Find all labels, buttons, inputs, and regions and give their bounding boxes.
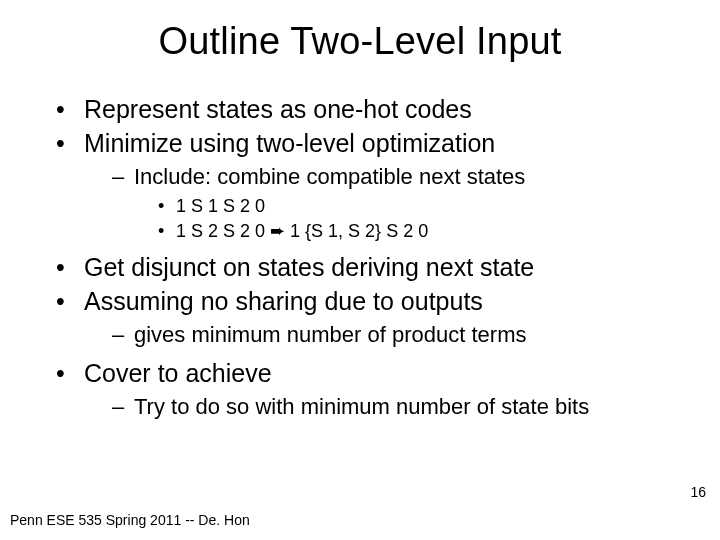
bullet-text: gives minimum number of product terms bbox=[134, 322, 526, 347]
bullet-sublist: Try to do so with minimum number of stat… bbox=[112, 393, 710, 421]
list-item: Assuming no sharing due to outputs gives… bbox=[56, 285, 710, 349]
list-item: 1 S 2 S 2 0 ➨ 1 {S 1, S 2} S 2 0 bbox=[158, 220, 710, 243]
list-item: Cover to achieve Try to do so with minim… bbox=[56, 357, 710, 421]
bullet-text: Try to do so with minimum number of stat… bbox=[134, 394, 589, 419]
list-item: Minimize using two-level optimization In… bbox=[56, 127, 710, 243]
bullet-sublist: Include: combine compatible next states … bbox=[112, 163, 710, 243]
bullet-text: Include: combine compatible next states bbox=[134, 164, 525, 189]
bullet-subsublist: 1 S 1 S 2 0 1 S 2 S 2 0 ➨ 1 {S 1, S 2} S… bbox=[158, 195, 710, 243]
bullet-text: 1 S 2 S 2 0 ➨ 1 {S 1, S 2} S 2 0 bbox=[176, 221, 428, 241]
list-item: Represent states as one-hot codes bbox=[56, 93, 710, 125]
slide: Outline Two-Level Input Represent states… bbox=[0, 0, 720, 540]
bullet-text: Represent states as one-hot codes bbox=[84, 95, 472, 123]
bullet-text: Cover to achieve bbox=[84, 359, 272, 387]
slide-title: Outline Two-Level Input bbox=[10, 20, 710, 63]
list-item: 1 S 1 S 2 0 bbox=[158, 195, 710, 218]
bullet-list: Represent states as one-hot codes Minimi… bbox=[56, 93, 710, 422]
bullet-text: Assuming no sharing due to outputs bbox=[84, 287, 483, 315]
bullet-text: Minimize using two-level optimization bbox=[84, 129, 495, 157]
list-item: Include: combine compatible next states … bbox=[112, 163, 710, 243]
footer-text: Penn ESE 535 Spring 2011 -- De. Hon bbox=[10, 512, 250, 528]
bullet-sublist: gives minimum number of product terms bbox=[112, 321, 710, 349]
page-number: 16 bbox=[690, 484, 706, 500]
list-item: gives minimum number of product terms bbox=[112, 321, 710, 349]
bullet-text: Get disjunct on states deriving next sta… bbox=[84, 253, 534, 281]
list-item: Try to do so with minimum number of stat… bbox=[112, 393, 710, 421]
bullet-text: 1 S 1 S 2 0 bbox=[176, 196, 265, 216]
list-item: Get disjunct on states deriving next sta… bbox=[56, 251, 710, 283]
